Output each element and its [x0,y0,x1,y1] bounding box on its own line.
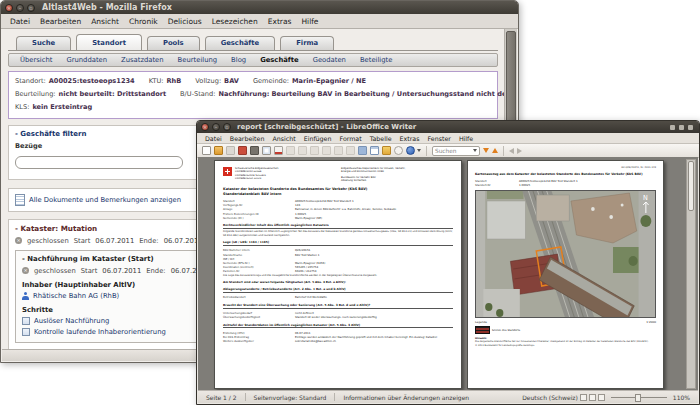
find-next-icon[interactable] [483,148,489,153]
documents-link[interactable]: Alle Dokumente und Bemerkungen anzeigen [29,196,181,204]
menu-item[interactable]: Hilfe [296,17,323,26]
menu-item[interactable]: Fenster [424,135,455,142]
closed-status-icon: × [22,267,29,274]
document-icon [15,194,25,206]
menu-item[interactable]: Tabelle [366,135,396,142]
task-label[interactable]: Auslöser Nachführung [34,317,208,325]
zoom-slider-knob[interactable] [635,394,641,402]
menu-item[interactable]: Format [335,135,365,142]
book-view-icon[interactable] [598,394,605,401]
new-document-icon[interactable] [202,146,211,155]
standort-infobox: Standort:A00025:testoeops1234KTU:RhBVoll… [8,71,498,119]
vertical-scrollbar[interactable] [686,159,696,389]
field-label: Gemeinde (Kt.) [223,216,295,220]
writer-titlebar[interactable]: × – ▫ report [schreibgeschützt] - LibreO… [197,121,699,133]
power-indicator-icon[interactable] [688,125,693,130]
menu-item[interactable]: Ansicht [268,135,299,142]
close-icon[interactable]: × [5,4,13,12]
tab[interactable]: Standort [76,34,142,50]
messages-indicator-icon[interactable] [670,125,675,130]
menu-item[interactable]: Datei [201,135,226,142]
inhaber-name[interactable]: Rhätische Bahn AG (RhB) [33,292,119,300]
spellcheck-icon[interactable] [274,146,283,155]
menu-item[interactable]: Lesezeichen [207,17,263,26]
forward-icon[interactable] [517,148,522,154]
task-label[interactable]: Kontrolle laufende Inhaberorientierung [34,328,208,336]
cut-icon[interactable] [286,146,295,155]
paste-icon[interactable] [310,146,319,155]
start-date: 06.07.2011 [95,237,134,245]
page-preview-icon[interactable] [262,146,271,155]
tab[interactable]: Firma [280,36,334,50]
dropdown-caret-icon[interactable] [417,149,421,152]
gallery-icon[interactable] [382,146,391,155]
menu-item[interactable]: Chronik [124,17,163,26]
menu-item[interactable]: Datei [5,17,35,26]
section-heading: Rechtsverbindlicher Inhalt des öffentlic… [223,223,453,229]
save-icon[interactable] [226,146,235,155]
close-icon[interactable]: × [201,123,209,131]
tab[interactable]: Geschäfte [205,36,276,50]
section-heading: Braucht der Standort eine Überwachung od… [223,303,453,309]
page-style-indicator[interactable]: Seitenvorlage: Standard [254,394,327,401]
multi-page-view-icon[interactable] [589,394,596,401]
task-item[interactable]: Auslöser Nachführung ✓ [22,317,220,325]
sub-tab[interactable]: Beurteilung [171,56,225,64]
maximize-icon[interactable]: ▫ [223,123,231,131]
back-icon[interactable] [509,148,514,154]
menu-item[interactable]: Ansicht [86,17,124,26]
field-value: Marin-Epagnier (NE) [295,216,453,220]
redo-icon[interactable] [346,146,355,155]
info-pair: B/U-Stand:Nachführung: Beurteilung BAV i… [180,88,504,101]
field-label: Betriebsstandort [223,295,295,299]
menu-item[interactable]: Einfügen [300,135,336,142]
open-icon[interactable] [214,146,223,155]
copy-icon[interactable] [298,146,307,155]
sub-tab[interactable]: Geodaten [306,56,353,64]
field-label: Parzellen-Nr. [223,269,295,273]
menu-item[interactable]: Hilfe [455,135,477,142]
search-combobox[interactable]: Suchen [432,146,480,156]
task-icon [22,317,30,325]
maximize-icon[interactable]: ▫ [27,4,35,12]
single-page-view-icon[interactable] [580,394,587,401]
tab[interactable]: Pools [147,36,200,50]
menu-item[interactable]: Delicious [163,17,207,26]
find-previous-icon[interactable] [492,148,498,153]
section-heading: Lage (LK / LKS: 1164 / 1165) [223,240,453,246]
task-item[interactable]: Kontrolle laufende Inhaberorientierung ✓ [22,328,220,336]
find-replace-icon[interactable] [394,146,403,155]
firefox-titlebar[interactable]: × – ▫ Altlast4Web - Mozilla Firefox [1,1,518,14]
zoom-level[interactable]: 110% [673,394,690,401]
toolbar-separator [426,146,427,156]
window-title: report [schreibgeschützt] - LibreOffice … [237,123,667,131]
hyperlink-icon[interactable] [358,146,367,155]
menu-item[interactable]: Extras [396,135,424,142]
navigator-icon[interactable] [406,146,415,155]
sub-tab[interactable]: Übersicht [13,56,59,64]
menu-item[interactable]: Bearbeiten [35,17,86,26]
menu-item[interactable]: Extras [263,17,297,26]
sub-tab[interactable]: Beteiligte [353,56,400,64]
minimize-icon[interactable]: – [16,4,24,12]
sub-tab[interactable]: Blog [224,56,253,64]
menu-item[interactable]: Bearbeiten [226,135,269,142]
format-paintbrush-icon[interactable] [322,146,331,155]
page-indicator[interactable]: Seite 1 / 2 [206,394,237,401]
table-row: Parzellen-Nr.60203 / 212754 [223,269,453,273]
minimize-icon[interactable]: – [212,123,220,131]
scrollbar-thumb[interactable] [688,161,694,211]
table-icon[interactable] [370,146,379,155]
zoom-slider[interactable] [611,397,667,398]
sound-indicator-icon[interactable] [679,125,684,130]
task-icon [22,328,30,336]
print-icon[interactable] [250,146,259,155]
language-indicator[interactable]: Deutsch (Schweiz) [522,394,578,401]
filter-input[interactable] [15,156,183,169]
export-pdf-icon[interactable] [238,146,247,155]
undo-icon[interactable] [334,146,343,155]
sub-tab[interactable]: Zusatzdaten [114,56,171,64]
sub-tab[interactable]: Geschäfte [253,56,306,64]
sub-tab[interactable]: Grunddaten [59,56,114,64]
tab[interactable]: Suche [16,36,71,50]
